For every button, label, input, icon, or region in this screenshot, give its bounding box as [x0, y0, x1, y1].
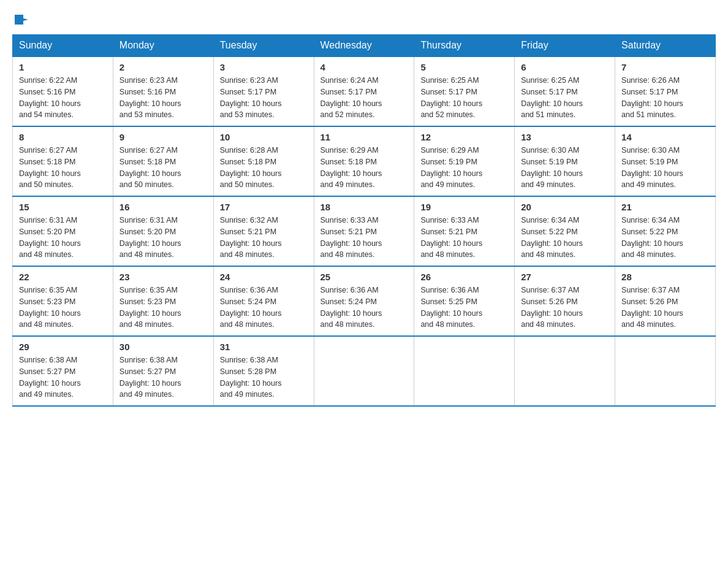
svg-marker-0 — [15, 15, 28, 25]
day-number: 23 — [119, 272, 207, 282]
calendar-cell — [314, 336, 414, 406]
calendar-week-row: 1 Sunrise: 6:22 AM Sunset: 5:16 PM Dayli… — [13, 56, 716, 126]
day-info: Sunrise: 6:31 AM Sunset: 5:20 PM Dayligh… — [119, 215, 207, 261]
calendar-cell: 13 Sunrise: 6:30 AM Sunset: 5:19 PM Dayl… — [515, 126, 615, 196]
calendar-cell: 18 Sunrise: 6:33 AM Sunset: 5:21 PM Dayl… — [314, 196, 414, 266]
calendar-cell: 29 Sunrise: 6:38 AM Sunset: 5:27 PM Dayl… — [13, 336, 113, 406]
calendar-week-row: 22 Sunrise: 6:35 AM Sunset: 5:23 PM Dayl… — [13, 266, 716, 336]
day-number: 28 — [621, 272, 709, 282]
day-number: 20 — [521, 202, 609, 212]
column-header-monday: Monday — [113, 35, 213, 57]
calendar-cell — [414, 336, 515, 406]
calendar-cell: 15 Sunrise: 6:31 AM Sunset: 5:20 PM Dayl… — [13, 196, 113, 266]
day-info: Sunrise: 6:34 AM Sunset: 5:22 PM Dayligh… — [521, 215, 609, 261]
column-header-sunday: Sunday — [13, 35, 113, 57]
logo-arrow-icon — [15, 13, 28, 26]
day-number: 3 — [220, 62, 308, 72]
day-info: Sunrise: 6:38 AM Sunset: 5:27 PM Dayligh… — [19, 354, 107, 400]
day-info: Sunrise: 6:33 AM Sunset: 5:21 PM Dayligh… — [320, 215, 408, 261]
calendar-cell: 31 Sunrise: 6:38 AM Sunset: 5:28 PM Dayl… — [213, 336, 314, 406]
day-info: Sunrise: 6:24 AM Sunset: 5:17 PM Dayligh… — [320, 75, 408, 121]
calendar-cell: 24 Sunrise: 6:36 AM Sunset: 5:24 PM Dayl… — [213, 266, 314, 336]
day-info: Sunrise: 6:27 AM Sunset: 5:18 PM Dayligh… — [19, 145, 107, 191]
day-number: 19 — [420, 202, 508, 212]
day-info: Sunrise: 6:36 AM Sunset: 5:24 PM Dayligh… — [220, 285, 308, 331]
day-info: Sunrise: 6:26 AM Sunset: 5:17 PM Dayligh… — [621, 75, 709, 121]
calendar-cell: 20 Sunrise: 6:34 AM Sunset: 5:22 PM Dayl… — [515, 196, 615, 266]
day-number: 2 — [119, 62, 207, 72]
day-info: Sunrise: 6:30 AM Sunset: 5:19 PM Dayligh… — [521, 145, 609, 191]
calendar-cell: 4 Sunrise: 6:24 AM Sunset: 5:17 PM Dayli… — [314, 56, 414, 126]
day-info: Sunrise: 6:23 AM Sunset: 5:17 PM Dayligh… — [220, 75, 308, 121]
day-info: Sunrise: 6:38 AM Sunset: 5:28 PM Dayligh… — [220, 354, 308, 400]
day-info: Sunrise: 6:36 AM Sunset: 5:25 PM Dayligh… — [420, 285, 508, 331]
day-info: Sunrise: 6:27 AM Sunset: 5:18 PM Dayligh… — [119, 145, 207, 191]
day-info: Sunrise: 6:37 AM Sunset: 5:26 PM Dayligh… — [521, 285, 609, 331]
calendar-cell: 7 Sunrise: 6:26 AM Sunset: 5:17 PM Dayli… — [615, 56, 716, 126]
day-number: 30 — [119, 342, 207, 352]
day-number: 29 — [19, 342, 107, 352]
day-info: Sunrise: 6:37 AM Sunset: 5:26 PM Dayligh… — [621, 285, 709, 331]
day-number: 11 — [320, 132, 408, 142]
calendar-cell: 3 Sunrise: 6:23 AM Sunset: 5:17 PM Dayli… — [213, 56, 314, 126]
day-info: Sunrise: 6:28 AM Sunset: 5:18 PM Dayligh… — [220, 145, 308, 191]
day-number: 9 — [119, 132, 207, 142]
calendar-cell: 19 Sunrise: 6:33 AM Sunset: 5:21 PM Dayl… — [414, 196, 515, 266]
day-number: 14 — [621, 132, 709, 142]
calendar-cell: 25 Sunrise: 6:36 AM Sunset: 5:24 PM Dayl… — [314, 266, 414, 336]
day-number: 7 — [621, 62, 709, 72]
day-info: Sunrise: 6:23 AM Sunset: 5:16 PM Dayligh… — [119, 75, 207, 121]
day-number: 10 — [220, 132, 308, 142]
day-info: Sunrise: 6:29 AM Sunset: 5:18 PM Dayligh… — [320, 145, 408, 191]
day-number: 12 — [420, 132, 508, 142]
day-info: Sunrise: 6:30 AM Sunset: 5:19 PM Dayligh… — [621, 145, 709, 191]
day-number: 4 — [320, 62, 408, 72]
calendar-cell: 9 Sunrise: 6:27 AM Sunset: 5:18 PM Dayli… — [113, 126, 213, 196]
day-number: 1 — [19, 62, 107, 72]
calendar-cell: 22 Sunrise: 6:35 AM Sunset: 5:23 PM Dayl… — [13, 266, 113, 336]
calendar-cell: 14 Sunrise: 6:30 AM Sunset: 5:19 PM Dayl… — [615, 126, 716, 196]
day-number: 8 — [19, 132, 107, 142]
calendar-cell: 11 Sunrise: 6:29 AM Sunset: 5:18 PM Dayl… — [314, 126, 414, 196]
day-info: Sunrise: 6:29 AM Sunset: 5:19 PM Dayligh… — [420, 145, 508, 191]
day-number: 15 — [19, 202, 107, 212]
calendar-cell: 30 Sunrise: 6:38 AM Sunset: 5:27 PM Dayl… — [113, 336, 213, 406]
day-info: Sunrise: 6:36 AM Sunset: 5:24 PM Dayligh… — [320, 285, 408, 331]
day-number: 25 — [320, 272, 408, 282]
day-info: Sunrise: 6:33 AM Sunset: 5:21 PM Dayligh… — [420, 215, 508, 261]
calendar-cell: 23 Sunrise: 6:35 AM Sunset: 5:23 PM Dayl… — [113, 266, 213, 336]
logo — [12, 12, 28, 25]
calendar-cell: 27 Sunrise: 6:37 AM Sunset: 5:26 PM Dayl… — [515, 266, 615, 336]
calendar-cell: 26 Sunrise: 6:36 AM Sunset: 5:25 PM Dayl… — [414, 266, 515, 336]
day-number: 5 — [420, 62, 508, 72]
day-number: 31 — [220, 342, 308, 352]
day-number: 18 — [320, 202, 408, 212]
day-number: 22 — [19, 272, 107, 282]
day-info: Sunrise: 6:38 AM Sunset: 5:27 PM Dayligh… — [119, 354, 207, 400]
calendar-cell: 16 Sunrise: 6:31 AM Sunset: 5:20 PM Dayl… — [113, 196, 213, 266]
calendar-cell: 1 Sunrise: 6:22 AM Sunset: 5:16 PM Dayli… — [13, 56, 113, 126]
day-number: 13 — [521, 132, 609, 142]
calendar-cell — [615, 336, 716, 406]
column-header-tuesday: Tuesday — [213, 35, 314, 57]
day-info: Sunrise: 6:25 AM Sunset: 5:17 PM Dayligh… — [420, 75, 508, 121]
day-number: 26 — [420, 272, 508, 282]
calendar-table: SundayMondayTuesdayWednesdayThursdayFrid… — [12, 34, 716, 407]
calendar-cell: 17 Sunrise: 6:32 AM Sunset: 5:21 PM Dayl… — [213, 196, 314, 266]
calendar-cell: 6 Sunrise: 6:25 AM Sunset: 5:17 PM Dayli… — [515, 56, 615, 126]
day-info: Sunrise: 6:32 AM Sunset: 5:21 PM Dayligh… — [220, 215, 308, 261]
day-number: 24 — [220, 272, 308, 282]
day-info: Sunrise: 6:22 AM Sunset: 5:16 PM Dayligh… — [19, 75, 107, 121]
column-header-wednesday: Wednesday — [314, 35, 414, 57]
calendar-cell: 8 Sunrise: 6:27 AM Sunset: 5:18 PM Dayli… — [13, 126, 113, 196]
day-number: 16 — [119, 202, 207, 212]
column-header-saturday: Saturday — [615, 35, 716, 57]
calendar-cell: 12 Sunrise: 6:29 AM Sunset: 5:19 PM Dayl… — [414, 126, 515, 196]
day-info: Sunrise: 6:31 AM Sunset: 5:20 PM Dayligh… — [19, 215, 107, 261]
calendar-week-row: 15 Sunrise: 6:31 AM Sunset: 5:20 PM Dayl… — [13, 196, 716, 266]
day-number: 6 — [521, 62, 609, 72]
column-header-thursday: Thursday — [414, 35, 515, 57]
page-header — [12, 12, 716, 25]
day-number: 21 — [621, 202, 709, 212]
calendar-cell: 5 Sunrise: 6:25 AM Sunset: 5:17 PM Dayli… — [414, 56, 515, 126]
